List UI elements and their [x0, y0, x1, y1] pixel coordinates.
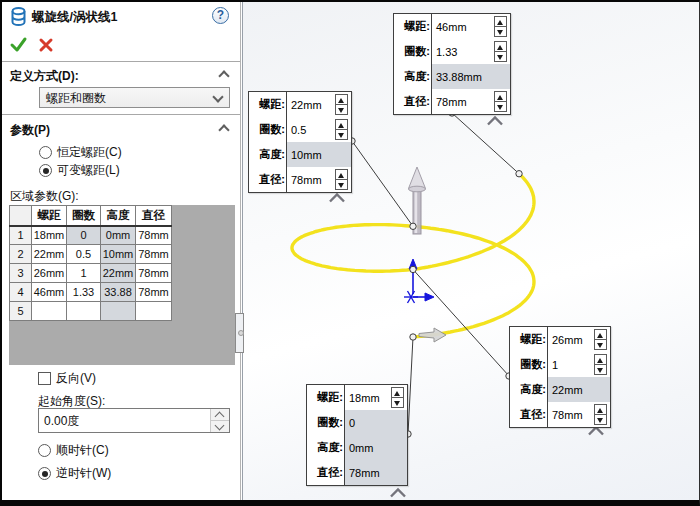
spinner[interactable] — [494, 91, 507, 112]
cell-revolutions[interactable]: 1.33 — [67, 283, 101, 302]
radio-icon-selected[interactable] — [38, 467, 51, 480]
chevron-up-icon[interactable] — [330, 195, 344, 202]
spinner[interactable] — [335, 94, 348, 115]
callout-label-pitch: 螺距: — [510, 327, 548, 352]
cell-diameter[interactable]: 78mm — [136, 226, 172, 245]
radio-counterclockwise-label: 逆时针(W) — [56, 465, 111, 482]
callout-value-pitch[interactable]: 18mm — [345, 385, 407, 410]
start-angle-value[interactable]: 0.00度 — [39, 409, 210, 432]
start-direction-arrow — [419, 328, 446, 342]
row-number[interactable]: 3 — [10, 264, 32, 283]
cell-pitch[interactable]: 46mm — [32, 283, 67, 302]
cell-revolutions: 0 — [67, 226, 101, 245]
leader-line[interactable] — [408, 337, 413, 434]
cell-revolutions[interactable] — [67, 302, 101, 321]
parameters-section-label: 参数(P) — [10, 122, 50, 139]
stepper-down-button[interactable] — [211, 420, 229, 432]
graphics-viewport[interactable]: 螺距: 46mm 圈数: 1.33 高度: 33.88mm 直径: 78mm 螺… — [242, 2, 699, 500]
cell-diameter[interactable]: 78mm — [136, 245, 172, 264]
spinner[interactable] — [494, 41, 507, 62]
callout-label-height: 高度: — [307, 435, 345, 460]
spinner[interactable] — [335, 119, 348, 140]
origin-star-icon — [404, 291, 418, 303]
leader-line[interactable] — [413, 269, 509, 376]
collapse-definition-icon[interactable] — [218, 70, 229, 81]
ok-button[interactable] — [9, 35, 29, 55]
radio-counterclockwise[interactable]: 逆时针(W) — [38, 465, 111, 482]
spinner[interactable] — [594, 354, 607, 375]
divider — [2, 114, 240, 115]
cell-diameter[interactable]: 78mm — [136, 264, 172, 283]
callout-value-pitch[interactable]: 22mm — [287, 92, 351, 117]
panel-splitter-handle[interactable] — [235, 313, 244, 353]
helix-point-handle[interactable] — [516, 171, 522, 177]
definition-dropdown[interactable]: 螺距和圈数 — [39, 87, 230, 108]
radio-variable-pitch[interactable]: 可变螺距(L) — [39, 162, 120, 179]
cell-revolutions[interactable]: 1 — [67, 264, 101, 283]
callout-region-4: 螺距: 46mm 圈数: 1.33 高度: 33.88mm 直径: 78mm — [393, 13, 511, 115]
callout-value-height: 33.88mm — [432, 64, 510, 89]
radio-icon[interactable] — [38, 444, 51, 457]
cell-height: 33.88 — [101, 283, 136, 302]
help-icon[interactable]: ? — [212, 7, 229, 24]
helix-point-handle[interactable] — [410, 266, 416, 272]
radio-constant-pitch-label: 恒定螺距(C) — [57, 144, 122, 161]
callout-value-pitch[interactable]: 26mm — [548, 327, 610, 352]
helix-point-handle[interactable] — [410, 223, 416, 229]
table-header-row: 螺距 圈数 高度 直径 — [10, 206, 172, 226]
table-row: 1 18mm 0 0mm 78mm — [10, 226, 172, 245]
callout-label-pitch: 螺距: — [249, 92, 287, 117]
column-header-revolutions: 圈数 — [67, 206, 101, 226]
cell-diameter[interactable] — [136, 302, 172, 321]
radio-icon[interactable] — [39, 146, 52, 159]
callout-value-pitch[interactable]: 46mm — [432, 14, 510, 39]
row-number[interactable]: 1 — [10, 226, 32, 245]
cell-diameter[interactable]: 78mm — [136, 283, 172, 302]
collapse-parameters-icon[interactable] — [218, 124, 229, 135]
radio-clockwise[interactable]: 顺时针(C) — [38, 442, 109, 459]
callout-value-diameter[interactable]: 78mm — [287, 167, 351, 192]
callout-label-revolutions: 圈数: — [394, 39, 432, 64]
callout-value-revolutions[interactable]: 0.5 — [287, 117, 351, 142]
start-angle-input[interactable]: 0.00度 — [38, 408, 230, 433]
radio-constant-pitch[interactable]: 恒定螺距(C) — [39, 144, 122, 161]
cell-pitch[interactable]: 18mm — [32, 226, 67, 245]
column-header-pitch: 螺距 — [32, 206, 67, 226]
start-angle-stepper[interactable] — [210, 409, 229, 432]
spinner[interactable] — [391, 387, 404, 408]
spinner[interactable] — [335, 169, 348, 190]
leader-line[interactable] — [352, 141, 413, 226]
divider — [2, 61, 240, 62]
radio-icon-selected[interactable] — [39, 164, 52, 177]
cell-pitch[interactable]: 26mm — [32, 264, 67, 283]
cell-pitch[interactable] — [32, 302, 67, 321]
spinner[interactable] — [594, 404, 607, 425]
chevron-up-icon[interactable] — [391, 490, 405, 497]
row-number[interactable]: 4 — [10, 283, 32, 302]
row-number[interactable]: 5 — [10, 302, 32, 321]
definition-dropdown-value: 螺距和圈数 — [46, 91, 106, 105]
chevron-up-icon[interactable] — [589, 428, 603, 435]
chevron-up-icon[interactable] — [488, 118, 502, 125]
property-manager-panel: 螺旋线/涡状线1 ? 定义方式(D): 螺距和圈数 参数(P) 恒定螺距(C) … — [2, 2, 241, 500]
stepper-up-button[interactable] — [211, 409, 229, 420]
callout-value-diameter[interactable]: 78mm — [548, 402, 610, 427]
callout-label-diameter: 直径: — [510, 402, 548, 427]
callout-value-diameter[interactable]: 78mm — [432, 89, 510, 114]
spinner[interactable] — [594, 329, 607, 350]
row-number[interactable]: 2 — [10, 245, 32, 264]
checkbox-icon[interactable] — [38, 372, 51, 385]
leader-line[interactable] — [452, 113, 519, 174]
callout-value-height: 22mm — [548, 377, 610, 402]
cancel-button[interactable] — [36, 35, 56, 55]
helix-icon — [9, 6, 28, 28]
callout-value-height: 10mm — [287, 142, 351, 167]
callout-value-revolutions[interactable]: 1 — [548, 352, 610, 377]
helix-point-handle[interactable] — [410, 334, 416, 340]
cell-pitch[interactable]: 22mm — [32, 245, 67, 264]
reverse-checkbox-row[interactable]: 反向(V) — [38, 370, 96, 387]
callout-label-pitch: 螺距: — [394, 14, 432, 39]
callout-value-revolutions[interactable]: 1.33 — [432, 39, 510, 64]
cell-revolutions[interactable]: 0.5 — [67, 245, 101, 264]
spinner[interactable] — [494, 16, 507, 37]
